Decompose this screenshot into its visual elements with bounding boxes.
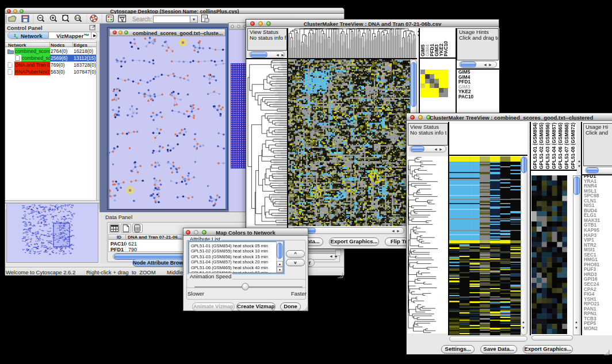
svg-text:1:1: 1:1 bbox=[75, 16, 79, 20]
